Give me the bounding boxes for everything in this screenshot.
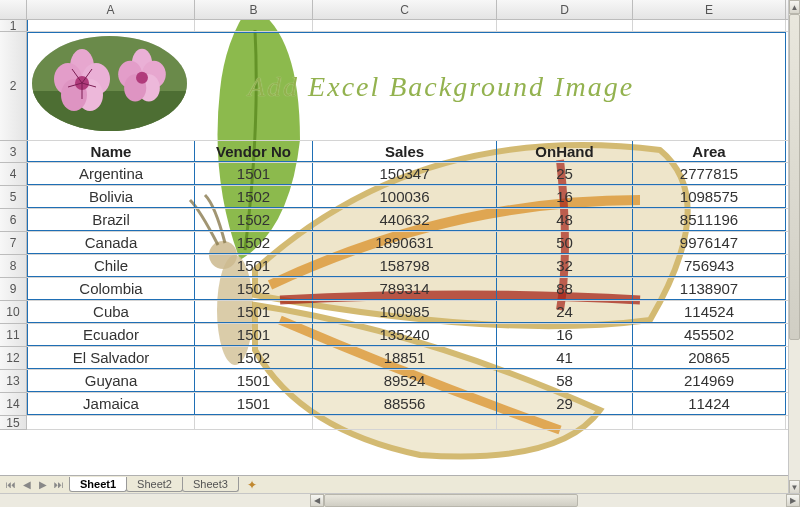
col-header-D[interactable]: D [497,0,633,19]
cell-6-onhand[interactable]: 48 [497,209,633,231]
header-onhand[interactable]: OnHand [497,141,633,162]
cell-13-onhand[interactable]: 58 [497,370,633,392]
row-header-3[interactable]: 3 [0,141,27,163]
cell-8-vendor[interactable]: 1501 [195,255,313,277]
cell-8-sales[interactable]: 158798 [313,255,497,277]
row-header-2[interactable]: 2 [0,32,27,141]
vertical-scroll-thumb[interactable] [789,14,800,340]
cell-6-name[interactable]: Brazil [27,209,195,231]
cell-5-sales[interactable]: 100036 [313,186,497,208]
cell-15-0[interactable] [27,416,195,429]
cell-15-2[interactable] [313,416,497,429]
cell-11-vendor[interactable]: 1501 [195,324,313,346]
cell-13-name[interactable]: Guyana [27,370,195,392]
cell-4-name[interactable]: Argentina [27,163,195,185]
tab-nav-first-icon[interactable]: ⏮ [4,478,18,492]
cell-11-name[interactable]: Ecuador [27,324,195,346]
row-header-5[interactable]: 5 [0,186,27,209]
scroll-down-icon[interactable]: ▼ [789,480,800,494]
row-header-6[interactable]: 6 [0,209,27,232]
cell-14-sales[interactable]: 88556 [313,393,497,415]
cell-6-area[interactable]: 8511196 [633,209,786,231]
cell-13-area[interactable]: 214969 [633,370,786,392]
cell-6-sales[interactable]: 440632 [313,209,497,231]
cell-12-onhand[interactable]: 41 [497,347,633,369]
cell-4-sales[interactable]: 150347 [313,163,497,185]
cell-7-sales[interactable]: 1890631 [313,232,497,254]
cell-15-1[interactable] [195,416,313,429]
cell-1-4[interactable] [633,20,786,31]
sheet-tab-1[interactable]: Sheet1 [69,477,127,492]
insert-sheet-icon[interactable]: ✦ [243,478,261,492]
cell-14-area[interactable]: 11424 [633,393,786,415]
row-header-15[interactable]: 15 [0,416,27,430]
sheet-tab-2[interactable]: Sheet2 [126,477,183,492]
cell-10-area[interactable]: 114524 [633,301,786,323]
cell-5-onhand[interactable]: 16 [497,186,633,208]
cell-1-3[interactable] [497,20,633,31]
header-sales[interactable]: Sales [313,141,497,162]
row-header-8[interactable]: 8 [0,255,27,278]
cell-1-0[interactable] [27,20,195,31]
cell-11-onhand[interactable]: 16 [497,324,633,346]
cell-7-onhand[interactable]: 50 [497,232,633,254]
cell-7-name[interactable]: Canada [27,232,195,254]
col-header-A[interactable]: A [27,0,195,19]
select-all-corner[interactable] [0,0,27,19]
cell-10-onhand[interactable]: 24 [497,301,633,323]
cell-10-name[interactable]: Cuba [27,301,195,323]
cell-8-name[interactable]: Chile [27,255,195,277]
vertical-scrollbar[interactable]: ▲ ▼ [788,0,800,494]
row-header-12[interactable]: 12 [0,347,27,370]
cell-15-4[interactable] [633,416,786,429]
cell-13-sales[interactable]: 89524 [313,370,497,392]
horizontal-scrollbar[interactable]: ◀ ▶ [0,493,800,507]
cell-6-vendor[interactable]: 1502 [195,209,313,231]
cell-4-vendor[interactable]: 1501 [195,163,313,185]
scroll-right-icon[interactable]: ▶ [786,494,800,507]
cell-9-name[interactable]: Colombia [27,278,195,300]
cell-5-vendor[interactable]: 1502 [195,186,313,208]
cell-10-sales[interactable]: 100985 [313,301,497,323]
cell-7-vendor[interactable]: 1502 [195,232,313,254]
row-header-13[interactable]: 13 [0,370,27,393]
cell-12-vendor[interactable]: 1502 [195,347,313,369]
tab-nav-prev-icon[interactable]: ◀ [20,478,34,492]
cell-5-area[interactable]: 1098575 [633,186,786,208]
cell-9-vendor[interactable]: 1502 [195,278,313,300]
row-header-9[interactable]: 9 [0,278,27,301]
cell-4-onhand[interactable]: 25 [497,163,633,185]
header-area[interactable]: Area [633,141,786,162]
col-header-B[interactable]: B [195,0,313,19]
tab-nav-next-icon[interactable]: ▶ [36,478,50,492]
cell-1-2[interactable] [313,20,497,31]
cell-9-onhand[interactable]: 88 [497,278,633,300]
sheet-tab-3[interactable]: Sheet3 [182,477,239,492]
row-header-1[interactable]: 1 [0,20,27,32]
cell-14-vendor[interactable]: 1501 [195,393,313,415]
cell-9-area[interactable]: 1138907 [633,278,786,300]
cell-7-area[interactable]: 9976147 [633,232,786,254]
cell-4-area[interactable]: 2777815 [633,163,786,185]
tab-nav-last-icon[interactable]: ⏭ [52,478,66,492]
cell-9-sales[interactable]: 789314 [313,278,497,300]
scroll-up-icon[interactable]: ▲ [789,0,800,14]
cell-5-name[interactable]: Bolivia [27,186,195,208]
cell-11-sales[interactable]: 135240 [313,324,497,346]
header-vendor[interactable]: Vendor No [195,141,313,162]
col-header-C[interactable]: C [313,0,497,19]
cell-8-onhand[interactable]: 32 [497,255,633,277]
cell-10-vendor[interactable]: 1501 [195,301,313,323]
cell-14-onhand[interactable]: 29 [497,393,633,415]
cell-15-3[interactable] [497,416,633,429]
cell-13-vendor[interactable]: 1501 [195,370,313,392]
col-header-E[interactable]: E [633,0,786,19]
cell-1-1[interactable] [195,20,313,31]
cell-8-area[interactable]: 756943 [633,255,786,277]
horizontal-scroll-thumb[interactable] [324,494,578,507]
cell-12-sales[interactable]: 18851 [313,347,497,369]
cell-14-name[interactable]: Jamaica [27,393,195,415]
cell-11-area[interactable]: 455502 [633,324,786,346]
row-header-11[interactable]: 11 [0,324,27,347]
row-header-7[interactable]: 7 [0,232,27,255]
